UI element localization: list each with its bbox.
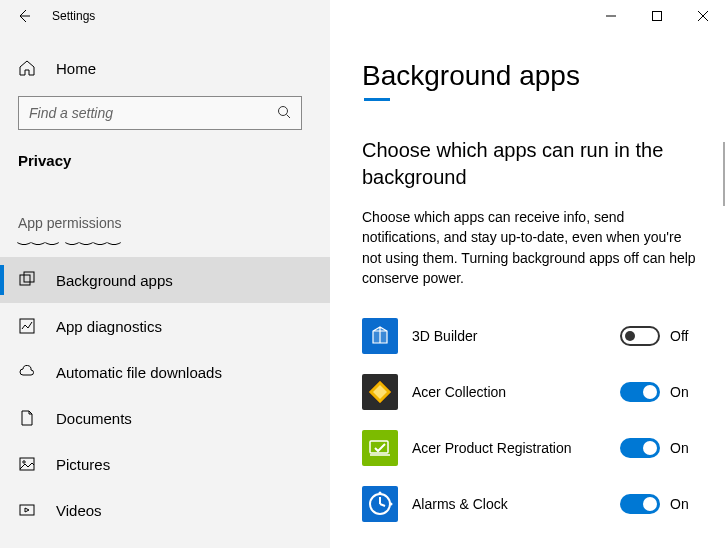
search-input[interactable] [29, 105, 277, 121]
home-icon [18, 59, 36, 77]
svg-line-21 [380, 504, 385, 506]
toggle-label: On [670, 440, 696, 456]
toggle-label: On [670, 384, 696, 400]
app-name: Alarms & Clock [412, 496, 606, 512]
diagnostics-icon [18, 317, 36, 335]
toggle-wrap: Off [620, 326, 696, 346]
window-title: Settings [48, 9, 95, 23]
document-icon [18, 409, 36, 427]
svg-point-11 [23, 461, 25, 463]
sidebar-item-pictures[interactable]: Pictures [0, 441, 330, 487]
page-title: Background apps [362, 60, 696, 92]
svg-rect-12 [20, 505, 34, 515]
svg-line-6 [287, 114, 291, 118]
app-icon [362, 430, 398, 466]
toggle-wrap: On [620, 438, 696, 458]
svg-marker-13 [25, 508, 29, 512]
sidebar-item-file-downloads[interactable]: Automatic file downloads [0, 349, 330, 395]
app-name: Acer Product Registration [412, 440, 606, 456]
toggle-switch[interactable] [620, 326, 660, 346]
apps-list: 3D BuilderOffAcer CollectionOnAcer Produ… [362, 308, 696, 532]
svg-point-22 [379, 492, 382, 495]
app-row: Acer CollectionOn [362, 364, 696, 420]
sidebar-item-app-diagnostics[interactable]: App diagnostics [0, 303, 330, 349]
home-nav[interactable]: Home [0, 48, 330, 88]
scrollbar-indicator[interactable] [723, 142, 725, 206]
toggle-wrap: On [620, 494, 696, 514]
section-heading: Choose which apps can run in the backgro… [362, 137, 682, 191]
app-icon [362, 318, 398, 354]
titlebar: Settings [0, 0, 726, 32]
sidebar-item-documents[interactable]: Documents [0, 395, 330, 441]
svg-point-5 [279, 106, 288, 115]
accent-bar [364, 98, 390, 101]
sidebar-section: Privacy [0, 142, 330, 179]
pictures-icon [18, 455, 36, 473]
sidebar: Home Privacy App permissions ‿‿‿ ‿‿‿‿ Ba… [0, 32, 330, 548]
home-label: Home [56, 60, 96, 77]
sidebar-item-label: Background apps [56, 272, 173, 289]
app-row: Acer Product RegistrationOn [362, 420, 696, 476]
svg-rect-2 [653, 12, 662, 21]
section-description: Choose which apps can receive info, send… [362, 207, 696, 288]
toggle-switch[interactable] [620, 438, 660, 458]
app-name: 3D Builder [412, 328, 606, 344]
svg-rect-8 [24, 272, 34, 282]
svg-point-23 [390, 503, 393, 506]
app-row: 3D BuilderOff [362, 308, 696, 364]
sidebar-item-label: Videos [56, 502, 102, 519]
toggle-switch[interactable] [620, 382, 660, 402]
search-box[interactable] [18, 96, 302, 130]
maximize-button[interactable] [634, 0, 680, 32]
svg-rect-9 [20, 319, 34, 333]
search-icon [277, 105, 291, 122]
toggle-switch[interactable] [620, 494, 660, 514]
window-controls [330, 0, 726, 32]
toggle-label: On [670, 496, 696, 512]
videos-icon [18, 501, 36, 519]
sidebar-item-label: App diagnostics [56, 318, 162, 335]
app-icon [362, 486, 398, 522]
svg-rect-7 [20, 275, 30, 285]
app-name: Acer Collection [412, 384, 606, 400]
sidebar-item-background-apps[interactable]: Background apps [0, 257, 330, 303]
cloud-download-icon [18, 363, 36, 381]
sidebar-item-label: Documents [56, 410, 132, 427]
background-apps-icon [18, 271, 36, 289]
sidebar-item-cutoff: ‿‿‿ ‿‿‿‿ [0, 237, 330, 257]
close-button[interactable] [680, 0, 726, 32]
toggle-wrap: On [620, 382, 696, 402]
app-icon [362, 374, 398, 410]
sidebar-item-label: Automatic file downloads [56, 364, 222, 381]
toggle-label: Off [670, 328, 696, 344]
sidebar-item-videos[interactable]: Videos [0, 487, 330, 533]
content-pane: Background apps Choose which apps can ru… [330, 32, 726, 548]
app-row: Alarms & ClockOn [362, 476, 696, 532]
minimize-button[interactable] [588, 0, 634, 32]
svg-rect-10 [20, 458, 34, 470]
back-button[interactable] [0, 0, 48, 32]
sidebar-group: App permissions [0, 179, 330, 237]
titlebar-left: Settings [0, 0, 330, 32]
search-wrap [0, 88, 330, 142]
sidebar-item-label: Pictures [56, 456, 110, 473]
